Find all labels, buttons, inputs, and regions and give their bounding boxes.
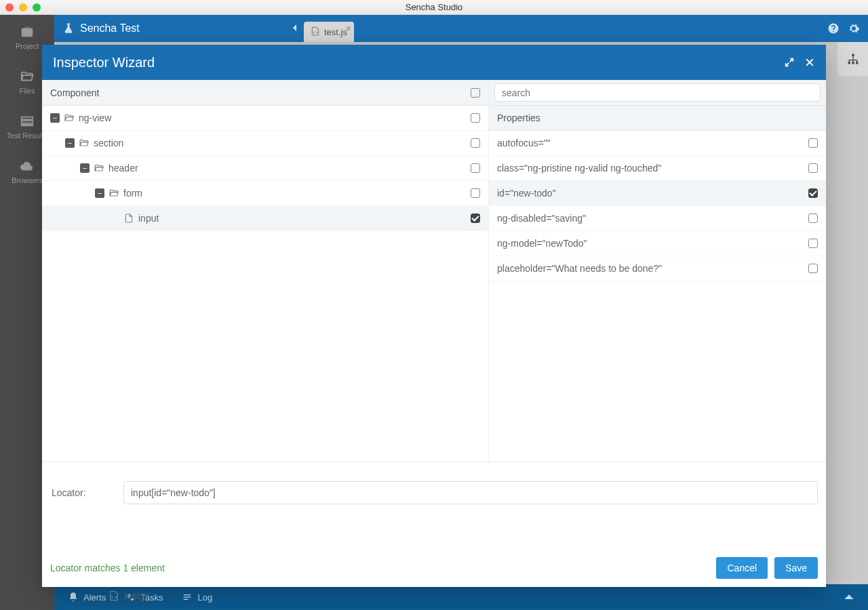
log-icon (182, 592, 193, 603)
collapse-toggle-icon[interactable] (95, 188, 104, 198)
titlebar: Sencha Studio (0, 0, 868, 15)
property-row[interactable]: ng-disabled="saving" (489, 206, 826, 231)
collapse-toggle-icon[interactable] (80, 163, 90, 173)
properties-header-label: Properties (497, 113, 540, 123)
sidebar-label: Files (19, 87, 35, 95)
sidebar-label: Test Results (7, 131, 47, 140)
property-checkbox[interactable] (808, 188, 818, 198)
svg-rect-4 (848, 62, 850, 64)
tree-label: input (138, 213, 471, 224)
svg-rect-6 (856, 62, 858, 64)
gear-icon[interactable] (848, 22, 860, 35)
modal-footer: Locator: Locator matches 1 element Cance… (42, 462, 826, 587)
close-icon[interactable] (804, 57, 815, 68)
properties-panel: Properties autofocus=""class="ng-pristin… (489, 80, 826, 462)
folder-icon (64, 113, 75, 123)
tab-label: test.js (324, 27, 347, 37)
tree-label: ng-view (79, 113, 471, 123)
property-row[interactable]: class="ng-pristine ng-valid ng-touched" (489, 156, 826, 181)
folder-icon (108, 188, 119, 199)
file-row-test-js[interactable]: test.js (108, 586, 149, 606)
appbar: Sencha Test test.js × (54, 15, 868, 42)
chevron-up-icon[interactable] (844, 591, 854, 604)
locator-status: Locator matches 1 element (50, 563, 165, 573)
property-checkbox[interactable] (808, 163, 818, 173)
tree-row-header[interactable]: header (42, 156, 488, 181)
help-icon[interactable] (827, 22, 840, 35)
property-label: ng-model="newTodo" (497, 238, 587, 249)
property-row[interactable]: placeholder="What needs to be done?" (489, 256, 826, 281)
tree-row-checkbox[interactable] (471, 214, 480, 223)
tree-row-input[interactable]: input (42, 206, 488, 231)
search-input[interactable] (494, 83, 821, 102)
svg-rect-0 (22, 117, 33, 120)
cancel-button[interactable]: Cancel (716, 557, 768, 579)
tree-label: form (123, 188, 471, 199)
svg-rect-1 (22, 121, 33, 123)
window-title: Sencha Studio (406, 2, 463, 12)
statusbar-log[interactable]: Log (182, 592, 212, 603)
property-row[interactable]: autofocus="" (489, 131, 826, 156)
statusbar-alerts[interactable]: Alerts (68, 592, 106, 603)
window-minimize-icon[interactable] (19, 3, 27, 12)
cloud-icon (20, 159, 35, 174)
tree-row-ng-view[interactable]: ng-view (42, 106, 488, 131)
collapse-left-icon[interactable] (292, 22, 298, 35)
sidebar-label: Browsers (12, 176, 43, 184)
tree-label: section (94, 138, 471, 148)
modal-title: Inspector Wizard (53, 55, 155, 70)
close-icon[interactable]: × (346, 23, 351, 34)
sidebar-label: Project (16, 42, 39, 50)
tree-row-form[interactable]: form (42, 181, 488, 206)
tree-row-checkbox[interactable] (471, 138, 480, 148)
code-file-icon (311, 26, 320, 38)
property-checkbox[interactable] (808, 214, 818, 223)
code-file-icon (108, 590, 119, 601)
tree-row-checkbox[interactable] (471, 113, 480, 123)
property-checkbox[interactable] (808, 138, 818, 148)
bell-icon (68, 592, 79, 603)
tab-test-js[interactable]: test.js × (304, 22, 354, 42)
inspector-wizard-modal: Inspector Wizard Component ng-viewsectio… (42, 45, 826, 587)
svg-rect-5 (852, 62, 854, 64)
svg-rect-3 (852, 54, 854, 56)
right-gutter-toggle[interactable] (837, 42, 868, 76)
list-icon (20, 114, 35, 129)
properties-list: autofocus=""class="ng-pristine ng-valid … (489, 131, 826, 462)
tree-row-checkbox[interactable] (471, 163, 480, 173)
property-checkbox[interactable] (808, 264, 818, 273)
component-panel-header: Component (42, 80, 488, 106)
property-label: class="ng-pristine ng-valid ng-touched" (497, 163, 661, 174)
app-title: Sencha Test (62, 22, 298, 35)
collapse-toggle-icon[interactable] (65, 138, 75, 148)
traffic-lights (5, 3, 41, 12)
file-icon (123, 213, 134, 224)
locator-input[interactable] (123, 481, 818, 504)
folder-open-icon (20, 69, 35, 84)
window-maximize-icon[interactable] (33, 3, 41, 12)
property-row[interactable]: ng-model="newTodo" (489, 231, 826, 256)
status-bar: Alerts Tasks Log (54, 584, 868, 610)
folder-icon (79, 138, 90, 148)
save-button[interactable]: Save (774, 557, 818, 579)
tree-label: header (108, 163, 471, 174)
property-row[interactable]: id="new-todo" (489, 181, 826, 206)
tree-row-checkbox[interactable] (471, 188, 480, 198)
expand-icon[interactable] (784, 57, 795, 68)
window-close-icon[interactable] (5, 3, 14, 12)
search-container (489, 80, 826, 106)
tree-row-section[interactable]: section (42, 131, 488, 156)
component-header-checkbox[interactable] (471, 88, 480, 98)
tab-strip: test.js × (304, 15, 354, 42)
component-header-label: Component (50, 87, 99, 98)
collapse-toggle-icon[interactable] (50, 113, 60, 123)
modal-header: Inspector Wizard (42, 45, 826, 80)
locator-row: Locator: (50, 470, 818, 510)
property-label: ng-disabled="saving" (497, 213, 586, 224)
property-label: placeholder="What needs to be done?" (497, 263, 662, 274)
briefcase-icon (20, 24, 35, 39)
property-checkbox[interactable] (808, 239, 818, 248)
properties-header: Properties (489, 106, 826, 131)
property-label: id="new-todo" (497, 188, 556, 199)
component-tree: ng-viewsectionheaderforminput (42, 106, 488, 462)
